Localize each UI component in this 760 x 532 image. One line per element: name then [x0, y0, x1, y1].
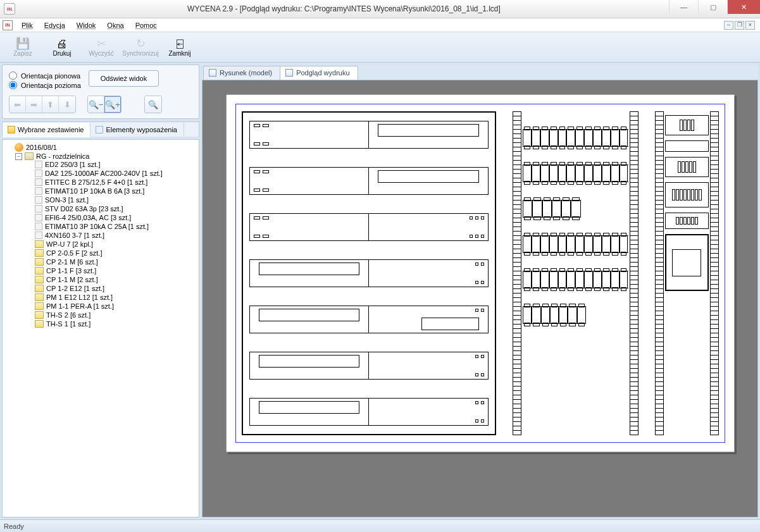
- menu-plik[interactable]: Plik: [16, 20, 38, 30]
- tree-item[interactable]: ETIMAT10 3P 10kA C 25A [1 szt.]: [25, 223, 197, 230]
- zapisz-button: 💾 Zapisz: [4, 34, 42, 61]
- tree-item[interactable]: PM 1 E12 L12 [1 szt.]: [25, 294, 197, 301]
- document-tabstrip: Rysunek (model) Podgląd wydruku: [202, 65, 758, 80]
- doc-tab-preview[interactable]: Podgląd wydruku: [280, 66, 358, 80]
- tree-item[interactable]: SON-3 [1 szt.]: [25, 196, 197, 204]
- zamknij-button[interactable]: ⍇ Zamknij: [161, 34, 199, 61]
- orientation-horizontal-label: Orientacja pozioma: [21, 82, 81, 89]
- app-icon: IN: [4, 3, 15, 15]
- menu-edycja[interactable]: Edycja: [39, 20, 70, 30]
- busbar-left: [513, 111, 521, 435]
- component-icon: [35, 258, 44, 266]
- component-icon: [35, 285, 44, 292]
- tree-item[interactable]: TH-S 2 [6 szt.]: [25, 311, 197, 319]
- busbar-col3-right: [710, 111, 719, 435]
- tree-item[interactable]: EFI6-4 25/0,03A, AC [3 szt.]: [25, 214, 197, 221]
- component-icon: [35, 320, 44, 328]
- mdi-minimize-button[interactable]: –: [724, 21, 733, 30]
- tree[interactable]: 2016/08/1−RG - rozdzielnicaED2 250/3 [1 …: [4, 142, 197, 330]
- tree-item[interactable]: ETITEC B 275/12,5 F 4+0 [1 szt.]: [25, 178, 197, 186]
- print-icon: 🖨: [56, 38, 68, 49]
- tree-root-node[interactable]: 2016/08/1: [5, 143, 197, 152]
- tree-item[interactable]: CP 1-1 M [2 szt.]: [25, 276, 197, 283]
- component-icon: [35, 276, 44, 283]
- orientation-vertical-label: Orientacja pionowa: [21, 72, 80, 80]
- component-icon: [35, 249, 44, 257]
- tree-item[interactable]: CP 2-1 M [6 szt.]: [25, 258, 197, 266]
- tab-wybrane-zestawienie[interactable]: Wybrane zestawienie: [3, 123, 90, 137]
- nav-up-button[interactable]: ⬆: [42, 96, 59, 113]
- maximize-button[interactable]: ▢: [698, 0, 727, 14]
- zoom-in-button[interactable]: 🔍+: [104, 96, 121, 113]
- minimize-button[interactable]: —: [669, 0, 698, 14]
- mdi-restore-button[interactable]: ❐: [735, 21, 744, 30]
- mdi-close-button[interactable]: ×: [745, 21, 755, 30]
- collapse-icon[interactable]: −: [15, 153, 22, 160]
- cabinet-1: [242, 111, 497, 435]
- menubar: IN Plik Edycja Widok Okna Pomoc – ❐ ×: [0, 18, 760, 32]
- radio-orientation-vertical[interactable]: Orientacja pionowa: [9, 71, 81, 80]
- tree-item[interactable]: CP 1-2 E12 [1 szt.]: [25, 285, 197, 292]
- drawing-content: [242, 111, 719, 435]
- orientation-panel: Orientacja pionowa Orientacja pozioma Od…: [2, 65, 199, 119]
- drawing-icon: [209, 69, 216, 77]
- component-icon: [35, 294, 44, 301]
- menu-pomoc[interactable]: Pomoc: [130, 20, 162, 30]
- drukuj-button[interactable]: 🖨 Drukuj: [43, 34, 81, 61]
- tab-elementy-wyposazenia[interactable]: Elementy wyposażenia: [90, 122, 184, 137]
- print-preview-frame[interactable]: [202, 80, 758, 517]
- busbar-right: [630, 111, 639, 435]
- wyczysc-label: Wyczyść: [89, 51, 113, 57]
- doc-tab-model[interactable]: Rysunek (model): [203, 66, 280, 80]
- menu-okna[interactable]: Okna: [102, 20, 128, 30]
- tree-group-node[interactable]: −RG - rozdzielnica: [15, 152, 197, 160]
- tree-item[interactable]: TH-S 1 [1 szt.]: [25, 320, 197, 328]
- component-icon: [35, 196, 42, 204]
- doc-tab-preview-label: Podgląd wydruku: [296, 69, 349, 77]
- component-icon: [35, 187, 42, 195]
- tree-item[interactable]: STV D02 63A 3p [23 szt.]: [25, 205, 197, 213]
- zamknij-label: Zamknij: [168, 51, 190, 57]
- tree-item[interactable]: WP-U 7 [2 kpl.]: [25, 240, 197, 248]
- zapisz-label: Zapisz: [13, 51, 32, 57]
- tree-item[interactable]: ED2 250/3 [1 szt.]: [25, 161, 197, 168]
- tree-item[interactable]: PM 1-1 PER-A [1 szt.]: [25, 302, 197, 310]
- left-tabstrip: Wybrane zestawienie Elementy wyposażenia: [2, 121, 199, 137]
- component-icon: [35, 240, 44, 248]
- preview-page: [226, 94, 735, 452]
- refresh-view-button[interactable]: Odśwież widok: [89, 70, 159, 87]
- doc-tab-model-label: Rysunek (model): [220, 69, 272, 77]
- navigation-row: ⬅ ➡ ⬆ ⬇ 🔍− 🔍+ 🔍: [9, 96, 192, 113]
- tree-item[interactable]: CP 2-0.5 F [2 szt.]: [25, 249, 197, 257]
- left-panel: Orientacja pionowa Orientacja pozioma Od…: [2, 65, 199, 517]
- menu-widok[interactable]: Widok: [72, 20, 101, 30]
- component-icon: [35, 205, 42, 213]
- sync-icon: ↻: [136, 38, 146, 49]
- app-system-icon[interactable]: IN: [3, 20, 13, 30]
- tree-container[interactable]: 2016/08/1−RG - rozdzielnicaED2 250/3 [1 …: [2, 139, 199, 517]
- component-icon: [35, 311, 44, 319]
- wyczysc-button: ✂ Wyczyść: [82, 34, 120, 61]
- zoom-out-button[interactable]: 🔍−: [88, 96, 104, 113]
- tree-item[interactable]: CP 1-1 F [3 szt.]: [25, 267, 197, 275]
- tree-item[interactable]: ETIMAT10 1P 10kA B 6A [3 szt.]: [25, 187, 197, 195]
- zoom-fit-button[interactable]: 🔍: [145, 96, 161, 113]
- nav-left-button[interactable]: ⬅: [9, 96, 26, 113]
- drukuj-label: Drukuj: [53, 51, 72, 57]
- close-button[interactable]: ✕: [727, 0, 760, 14]
- status-text: Ready: [4, 523, 24, 530]
- component-icon: [35, 170, 42, 177]
- workspace: Orientacja pionowa Orientacja pozioma Od…: [0, 63, 760, 519]
- toolbar: 💾 Zapisz 🖨 Drukuj ✂ Wyczyść ↻ Synchroniz…: [0, 32, 760, 63]
- nav-down-button[interactable]: ⬇: [59, 96, 75, 113]
- grid-icon: [96, 126, 103, 133]
- component-icon: [35, 232, 42, 239]
- project-icon: [15, 143, 23, 152]
- tree-item[interactable]: 4XN160 3-7 [1 szt.]: [25, 232, 197, 239]
- tree-item[interactable]: DA2 125-1000AF AC200-240V [1 szt.]: [25, 170, 197, 177]
- component-icon: [35, 302, 44, 310]
- component-icon: [35, 214, 42, 221]
- nav-right-button[interactable]: ➡: [26, 96, 42, 113]
- window-title: WYCENA 2.9 - [Podgląd wydruku: C:\Progra…: [19, 4, 669, 13]
- radio-orientation-horizontal[interactable]: Orientacja pozioma: [9, 81, 81, 89]
